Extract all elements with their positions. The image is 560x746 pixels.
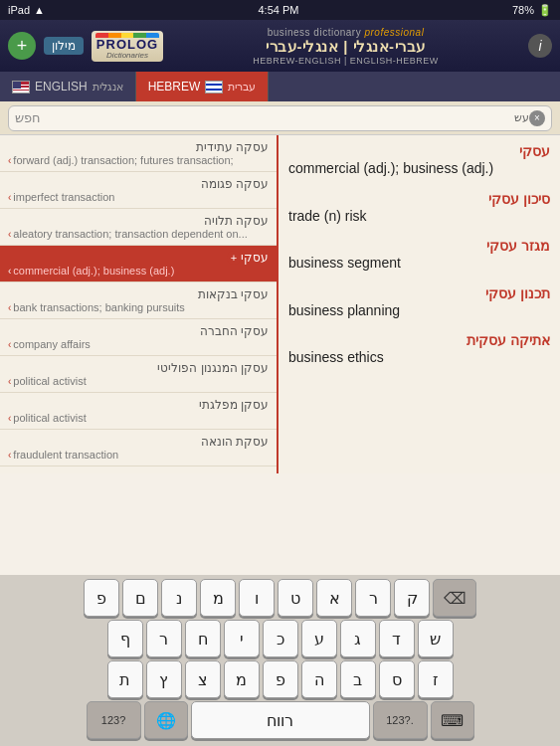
key-ayin[interactable]: ע — [301, 620, 337, 657]
tab-english-sublabel: אנגלית — [93, 81, 123, 93]
left-item-english-8: ‹ fraudulent transaction — [8, 449, 269, 461]
key-yod[interactable]: י — [224, 620, 260, 657]
delete-key[interactable]: ⌫ — [433, 579, 476, 617]
keyboard-row-1: פ ם נ מ ו ט א ר ק ⌫ — [2, 579, 558, 617]
left-item-hebrew-3: עסקי+ — [8, 251, 269, 265]
status-bar: iPad ▲ 4:54 PM 78% 🔋 — [0, 0, 560, 20]
right-entry-0: עסקיcommercial (adj.); business (adj.) — [288, 143, 550, 179]
add-button[interactable]: + — [8, 32, 36, 60]
numbers-key-left[interactable]: ?123 — [87, 701, 141, 739]
search-bar: חפש עש × — [0, 101, 560, 135]
left-item-english-4: ‹ bank transactions; banking pursuits — [8, 301, 269, 313]
numbers-key-right[interactable]: .?123 — [373, 701, 428, 739]
chevron-icon-0: ‹ — [8, 155, 11, 166]
key-samekh[interactable]: ס — [379, 660, 415, 698]
key-kaf[interactable]: כ — [263, 620, 298, 657]
left-item-6[interactable]: עסקן המנגנון הפוליטי‹ political activist — [0, 356, 277, 393]
right-entry-definition-2: business segment — [288, 254, 550, 274]
left-item-english-6: ‹ political activist — [8, 375, 269, 387]
key-pe[interactable]: פ — [84, 579, 119, 617]
key-nun[interactable]: נ — [161, 579, 197, 617]
main-content: עסקה עתידית‹ forward (adj.) transaction;… — [0, 135, 560, 473]
info-button[interactable]: i — [528, 34, 552, 58]
left-item-hebrew-1: עסקה פגומה — [8, 177, 269, 191]
key-he[interactable]: ה — [301, 660, 337, 698]
left-item-english-2: ‹ aleatory transaction; transaction depe… — [8, 228, 269, 240]
left-item-hebrew-2: עסקה תלויה — [8, 214, 269, 228]
left-item-english-7: ‹ political activist — [8, 412, 269, 424]
wifi-icon: ▲ — [34, 4, 45, 16]
left-item-7[interactable]: עסקן מפלגתי‹ political activist — [0, 393, 277, 430]
left-item-hebrew-5: עסקי החברה — [8, 324, 269, 338]
tab-english[interactable]: ENGLISH אנגלית — [0, 72, 136, 101]
key-pe2[interactable]: פ — [263, 660, 298, 698]
left-item-hebrew-8: עסקת הונאה — [8, 435, 269, 449]
globe-key[interactable]: 🌐 — [144, 701, 188, 739]
header-main-title: עברי-אנגלי | אנגלי-עברי — [266, 38, 425, 56]
key-tav[interactable]: ת — [107, 660, 143, 698]
key-final-mem[interactable]: ם — [122, 579, 158, 617]
right-entry-hebrew-0: עסקי — [288, 143, 550, 159]
left-item-english-1: ‹ imperfect transaction — [8, 191, 269, 203]
key-alef[interactable]: א — [316, 579, 352, 617]
search-input[interactable] — [41, 110, 510, 125]
right-entry-definition-4: business ethics — [288, 348, 550, 368]
space-key[interactable]: רווח — [191, 701, 370, 739]
key-tsadi[interactable]: צ — [185, 660, 221, 698]
left-item-hebrew-6: עסקן המנגנון הפוליטי — [8, 361, 269, 375]
key-mem2[interactable]: מ — [224, 660, 260, 698]
key-het[interactable]: ח — [185, 620, 221, 657]
prolog-sub: Dictionaries — [106, 51, 148, 60]
status-bar-time: 4:54 PM — [258, 4, 298, 16]
search-placeholder: חפש — [15, 110, 41, 125]
key-resh2[interactable]: ר — [146, 620, 182, 657]
key-mem[interactable]: מ — [200, 579, 236, 617]
left-item-3[interactable]: עסקי+‹ commercial (adj.); business (adj.… — [0, 246, 277, 282]
key-resh[interactable]: ר — [355, 579, 391, 617]
chevron-icon-1: ‹ — [8, 192, 11, 203]
chevron-icon-2: ‹ — [8, 229, 11, 240]
right-entry-3: תכנון עסקיbusiness planning — [288, 285, 550, 321]
left-item-5[interactable]: עסקי החברה‹ company affairs — [0, 319, 277, 356]
keyboard-row-3: ת ץ צ מ פ ה ב ס ז — [2, 660, 558, 698]
key-zayin[interactable]: ז — [418, 660, 454, 698]
left-item-1[interactable]: עסקה פגומה‹ imperfect transaction — [0, 172, 277, 209]
key-final-tsadi[interactable]: ץ — [146, 660, 182, 698]
keyboard-hide-key[interactable]: ⌨ — [431, 701, 474, 739]
right-entry-4: אתיקה עסקיתbusiness ethics — [288, 332, 550, 368]
app-header: + מילון PROLOG Dictionaries business dic… — [0, 20, 560, 72]
key-tet[interactable]: ט — [278, 579, 313, 617]
status-bar-right: 78% 🔋 — [512, 4, 552, 17]
plus-button-3[interactable]: + — [227, 251, 241, 265]
left-item-hebrew-0: עסקה עתידית — [8, 140, 269, 154]
left-item-2[interactable]: עסקה תלויה‹ aleatory transaction; transa… — [0, 209, 277, 246]
left-panel: עסקה עתידית‹ forward (adj.) transaction;… — [0, 135, 279, 473]
left-item-hebrew-4: עסקי בנקאות — [8, 287, 269, 301]
key-gimel[interactable]: ג — [340, 620, 376, 657]
right-entry-hebrew-3: תכנון עסקי — [288, 285, 550, 301]
key-final-fe[interactable]: ף — [107, 620, 143, 657]
left-item-4[interactable]: עסקי בנקאות‹ bank transactions; banking … — [0, 282, 277, 319]
header-titles: business dictionary professional עברי-אנ… — [171, 27, 520, 66]
header-top-line: business dictionary professional — [268, 27, 425, 38]
key-shin[interactable]: ש — [418, 620, 454, 657]
left-item-8[interactable]: עסקת הונאה‹ fraudulent transaction — [0, 430, 277, 466]
search-clear-button[interactable]: × — [529, 110, 545, 126]
current-word-button[interactable]: מילון — [44, 37, 84, 55]
key-qof[interactable]: ק — [394, 579, 430, 617]
tab-hebrew[interactable]: HEBREW עברית — [136, 72, 270, 101]
key-vav[interactable]: ו — [239, 579, 275, 617]
status-bar-left: iPad ▲ — [8, 4, 45, 16]
key-dalet[interactable]: ד — [379, 620, 415, 657]
chevron-icon-4: ‹ — [8, 302, 11, 313]
chevron-icon-3: ‹ — [8, 266, 11, 277]
battery-icon: 🔋 — [538, 4, 552, 17]
right-panel: עסקיcommercial (adj.); business (adj.)סי… — [279, 135, 560, 473]
key-bet[interactable]: ב — [340, 660, 376, 698]
chevron-icon-5: ‹ — [8, 339, 11, 350]
prolog-text: PROLOG — [96, 38, 158, 51]
flag-il — [205, 81, 223, 93]
search-input-wrap[interactable]: חפש עש × — [8, 105, 552, 131]
left-item-0[interactable]: עסקה עתידית‹ forward (adj.) transaction;… — [0, 135, 277, 172]
keyboard-row-4: ?123 🌐 רווח .?123 ⌨ — [2, 701, 558, 739]
